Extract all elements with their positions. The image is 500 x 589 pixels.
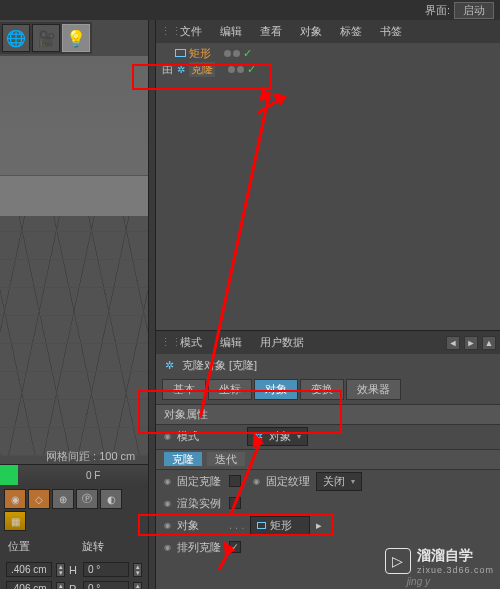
axis-label: H bbox=[69, 564, 79, 576]
viewport-grid bbox=[0, 216, 148, 456]
tab-transform[interactable]: 变换 bbox=[300, 379, 344, 400]
expander-icon[interactable]: 由 bbox=[162, 62, 172, 77]
play-logo-icon: ▷ bbox=[385, 548, 411, 574]
spinner[interactable]: ▴▾ bbox=[56, 582, 65, 590]
coord-row: .406 cm ▴▾ P 0 ° ▴▾ bbox=[0, 579, 148, 589]
frame-readout: 0 F bbox=[86, 470, 100, 481]
nav-back-button[interactable]: ◄ bbox=[446, 336, 460, 350]
rect-spline-icon bbox=[175, 49, 186, 57]
attr-menu-mode[interactable]: 模式 bbox=[172, 333, 210, 352]
attr-tabs: 基本 坐标 对象 变换 效果器 bbox=[156, 377, 500, 402]
panel-grip-icon[interactable]: ⋮⋮ bbox=[160, 25, 170, 38]
group-object-props: 对象属性 bbox=[156, 404, 500, 425]
tab-effector[interactable]: 效果器 bbox=[346, 379, 401, 400]
globe-icon[interactable]: 🌐 bbox=[2, 24, 30, 52]
subtab-iterate[interactable]: 迭代 bbox=[207, 452, 245, 466]
tab-object[interactable]: 对象 bbox=[254, 379, 298, 400]
render-button[interactable]: ▦ bbox=[4, 511, 26, 531]
watermark: ▷ 溜溜自学 zixue.3d66.com bbox=[385, 547, 494, 575]
pos-value[interactable]: .406 cm bbox=[6, 562, 52, 577]
record-button[interactable]: ◉ bbox=[4, 489, 26, 509]
fixtex-dropdown[interactable]: 关闭 ▾ bbox=[316, 472, 362, 491]
link-picker-button[interactable]: ▸ bbox=[316, 519, 322, 532]
spinner[interactable]: ▴▾ bbox=[133, 582, 142, 590]
top-bar: 界面: 启动 bbox=[0, 0, 500, 20]
nav-up-button[interactable]: ▲ bbox=[482, 336, 496, 350]
menu-object[interactable]: 对象 bbox=[292, 22, 330, 41]
menu-tags[interactable]: 标签 bbox=[332, 22, 370, 41]
nav-fwd-button[interactable]: ► bbox=[464, 336, 478, 350]
layout-button[interactable]: 启动 bbox=[454, 2, 494, 19]
attr-object-title: ✲ 克隆对象 [克隆] bbox=[156, 354, 500, 377]
object-manager-menubar: ⋮⋮ 文件 编辑 查看 对象 标签 书签 bbox=[156, 20, 500, 43]
cloner-icon: ✲ bbox=[254, 430, 263, 443]
enable-check-icon[interactable]: ✓ bbox=[247, 63, 256, 76]
menu-file[interactable]: 文件 bbox=[172, 22, 210, 41]
mode-label: 模式 bbox=[177, 429, 241, 444]
viewport-backdrop bbox=[0, 56, 148, 176]
enable-check-icon[interactable]: ✓ bbox=[243, 47, 252, 60]
rotation-header: 旋转 bbox=[74, 535, 148, 558]
mode-dropdown[interactable]: ✲ 对象 ▾ bbox=[247, 427, 308, 446]
field-mode: ◉ 模式 ✲ 对象 ▾ bbox=[156, 425, 500, 447]
coord-row: .406 cm ▴▾ H 0 ° ▴▾ bbox=[0, 560, 148, 579]
timeline-panel: 0 F ◉ ◇ ⊕ Ⓟ ◐ ▦ 位置 旋转 .406 cm ▴▾ H 0 ° ▴… bbox=[0, 464, 148, 589]
cloner-icon: ✲ bbox=[162, 359, 176, 373]
panel-splitter[interactable] bbox=[148, 20, 156, 589]
fixclone-label: 固定克隆 bbox=[177, 474, 223, 489]
attr-menu-userdata[interactable]: 用户数据 bbox=[252, 333, 312, 352]
chevron-down-icon: ▾ bbox=[297, 432, 301, 441]
key-pos-button[interactable]: ⊕ bbox=[52, 489, 74, 509]
field-renderinst: ◉ 渲染实例 bbox=[156, 492, 500, 514]
attr-menubar: ⋮⋮ 模式 编辑 用户数据 ◄ ► ▲ bbox=[156, 331, 500, 354]
light-icon[interactable]: 💡 bbox=[62, 24, 90, 52]
tab-basic[interactable]: 基本 bbox=[162, 379, 206, 400]
tree-row-rect[interactable]: 矩形 ✓ bbox=[158, 45, 498, 61]
bullet-icon: ◉ bbox=[164, 432, 171, 441]
field-object-link: ◉ 对象 . . . 矩形 ▸ bbox=[156, 514, 500, 536]
playhead-marker[interactable] bbox=[0, 465, 18, 485]
viewport[interactable] bbox=[0, 56, 148, 456]
cloner-icon: ✲ bbox=[175, 64, 186, 75]
axis-label: P bbox=[69, 583, 79, 590]
grid-spacing-label: 网格间距 : 100 cm bbox=[46, 449, 135, 464]
position-header: 位置 bbox=[0, 535, 74, 558]
arrange-checkbox[interactable] bbox=[229, 541, 241, 553]
arrange-label: 排列克隆 bbox=[177, 540, 223, 555]
object-link-field[interactable]: 矩形 bbox=[250, 516, 310, 535]
spinner[interactable]: ▴▾ bbox=[133, 563, 142, 577]
fixclone-checkbox[interactable] bbox=[229, 475, 241, 487]
sub-tab-row: 克隆 迭代 bbox=[156, 449, 500, 470]
tree-item-label[interactable]: 矩形 bbox=[189, 46, 211, 61]
rect-spline-icon bbox=[257, 522, 266, 529]
menu-bookmarks[interactable]: 书签 bbox=[372, 22, 410, 41]
attr-title-text: 克隆对象 [克隆] bbox=[182, 358, 257, 373]
subtab-clone[interactable]: 克隆 bbox=[164, 452, 202, 466]
field-fixclone: ◉ 固定克隆 ◉ 固定纹理 关闭 ▾ bbox=[156, 470, 500, 492]
key-rot-button[interactable]: Ⓟ bbox=[76, 489, 98, 509]
panel-grip-icon[interactable]: ⋮⋮ bbox=[160, 336, 170, 349]
timeline-buttons: ◉ ◇ ⊕ Ⓟ ◐ ▦ bbox=[0, 485, 148, 535]
renderinst-label: 渲染实例 bbox=[177, 496, 223, 511]
key-scale-button[interactable]: ◐ bbox=[100, 489, 122, 509]
renderinst-checkbox[interactable] bbox=[229, 497, 241, 509]
rot-value[interactable]: 0 ° bbox=[83, 581, 129, 589]
tab-coord[interactable]: 坐标 bbox=[208, 379, 252, 400]
autokey-button[interactable]: ◇ bbox=[28, 489, 50, 509]
object-manager: ⋮⋮ 文件 编辑 查看 对象 标签 书签 矩形 ✓ 由 ✲ 克隆 ✓ bbox=[156, 20, 500, 328]
camera-icon[interactable]: 🎥 bbox=[32, 24, 60, 52]
menu-edit[interactable]: 编辑 bbox=[212, 22, 250, 41]
rot-value[interactable]: 0 ° bbox=[83, 562, 129, 577]
spinner[interactable]: ▴▾ bbox=[56, 563, 65, 577]
timeline-ruler[interactable]: 0 F bbox=[0, 465, 148, 485]
attr-menu-edit[interactable]: 编辑 bbox=[212, 333, 250, 352]
view-icon-strip: 🌐 🎥 💡 bbox=[0, 22, 92, 54]
object-tree[interactable]: 矩形 ✓ 由 ✲ 克隆 ✓ bbox=[156, 43, 500, 79]
layout-label: 界面: bbox=[425, 3, 450, 18]
watermark-brand: 溜溜自学 bbox=[417, 547, 494, 565]
pos-value[interactable]: .406 cm bbox=[6, 581, 52, 589]
chevron-down-icon: ▾ bbox=[351, 477, 355, 486]
menu-view[interactable]: 查看 bbox=[252, 22, 290, 41]
tree-item-label[interactable]: 克隆 bbox=[189, 62, 215, 77]
tree-row-clone[interactable]: 由 ✲ 克隆 ✓ bbox=[158, 61, 498, 77]
